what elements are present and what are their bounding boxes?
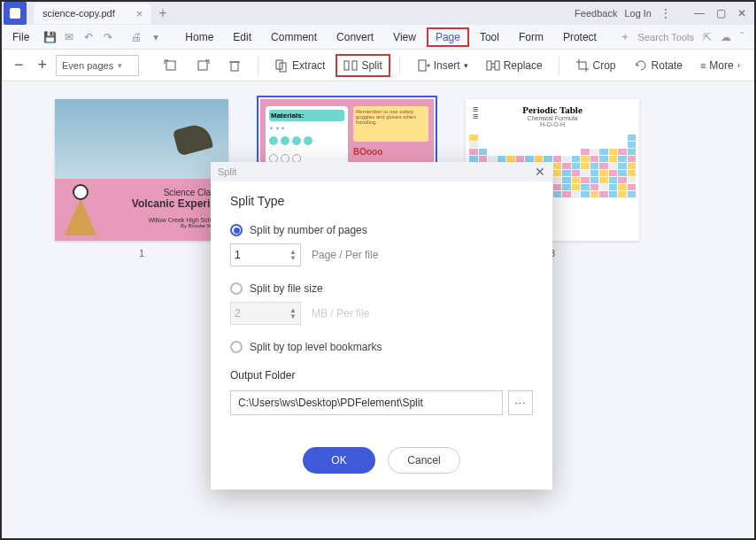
svg-rect-7: [352, 61, 357, 70]
new-tab-button[interactable]: +: [158, 5, 166, 21]
size-number-input: 2 ▲▼: [230, 302, 301, 325]
page-toolbar: − + Even pages ▾ Extract Split Insert▾ R…: [2, 50, 754, 81]
extract-label: Extract: [292, 59, 325, 72]
rotate-left-icon[interactable]: [157, 55, 185, 76]
ok-button[interactable]: OK: [303, 447, 375, 474]
document-title: science-copy.pdf: [42, 8, 115, 19]
print-icon[interactable]: 🖨: [128, 29, 144, 45]
svg-rect-12: [495, 61, 499, 70]
login-link[interactable]: Log In: [624, 8, 652, 19]
cancel-button[interactable]: Cancel: [388, 447, 460, 474]
svg-rect-1: [198, 61, 207, 70]
svg-rect-8: [419, 60, 426, 71]
thumb3-title: Periodic Table: [469, 104, 636, 115]
undo-icon[interactable]: ↶: [81, 29, 96, 45]
output-folder-label: Output Folder: [230, 369, 533, 382]
ok-label: OK: [331, 454, 346, 467]
radio-split-pages[interactable]: [230, 224, 243, 236]
zoom-in-button[interactable]: +: [33, 54, 53, 76]
chevron-up-icon[interactable]: ˆ: [740, 31, 744, 43]
menu-tool[interactable]: Tool: [471, 27, 508, 47]
label-split-size: Split by file size: [250, 282, 323, 295]
pages-hint: Page / Per file: [312, 249, 378, 261]
split-button[interactable]: Split: [336, 54, 390, 77]
menu-page[interactable]: Page: [427, 27, 469, 47]
rotate-button[interactable]: Rotate: [627, 55, 690, 76]
browse-button[interactable]: ···: [508, 390, 533, 415]
extract-button[interactable]: Extract: [267, 55, 332, 76]
insert-label: Insert: [434, 59, 460, 72]
svg-rect-11: [487, 61, 491, 70]
close-window-icon[interactable]: ✕: [735, 6, 749, 20]
menubar: File 💾 ✉ ↶ ↷ 🖨 ▾ Home Edit Comment Conve…: [2, 25, 754, 50]
more-button[interactable]: ≡ More›: [693, 56, 747, 75]
titlebar: science-copy.pdf × + Feedback Log In ⋮ —…: [2, 2, 754, 25]
mail-icon[interactable]: ✉: [61, 29, 77, 45]
svg-rect-6: [344, 61, 349, 70]
thumb2-note: Remember to use safety goggles and glove…: [353, 106, 428, 142]
split-dialog: Split ✕ Split Type Split by number of pa…: [211, 162, 552, 490]
menu-home[interactable]: Home: [176, 27, 222, 47]
spin-down-icon[interactable]: ▼: [289, 255, 297, 261]
cloud-icon[interactable]: ☁: [721, 31, 731, 43]
radio-split-bookmarks[interactable]: [230, 341, 243, 353]
thumb3-sub1: Chemical Formula: [469, 115, 636, 121]
close-tab-icon[interactable]: ×: [136, 7, 143, 20]
search-input[interactable]: Search Tools: [638, 32, 694, 42]
kebab-icon[interactable]: ⋮: [659, 6, 673, 20]
menu-view[interactable]: View: [384, 27, 425, 47]
dialog-title: Split: [218, 166, 236, 177]
zoom-out-button[interactable]: −: [9, 54, 29, 76]
crop-label: Crop: [593, 59, 616, 72]
menu-comment[interactable]: Comment: [262, 27, 326, 47]
cancel-label: Cancel: [407, 454, 440, 467]
thumb1-line2: Volcanic Experim: [64, 197, 220, 210]
menu-convert[interactable]: Convert: [328, 27, 382, 47]
crop-button[interactable]: Crop: [568, 55, 623, 76]
app-icon: [4, 2, 27, 25]
radio-split-size[interactable]: [230, 282, 243, 295]
rotate-right-icon[interactable]: [189, 55, 217, 76]
redo-icon[interactable]: ↷: [100, 29, 116, 45]
feedback-link[interactable]: Feedback: [575, 8, 617, 19]
thumb2-materials: Materials:: [269, 110, 344, 121]
insert-button[interactable]: Insert▾: [409, 55, 475, 76]
delete-icon[interactable]: [220, 55, 249, 76]
section-split-type: Split Type: [230, 194, 533, 208]
dialog-close-icon[interactable]: ✕: [535, 165, 545, 179]
output-folder-input[interactable]: C:\Users\ws\Desktop\PDFelement\Split: [230, 390, 503, 415]
menu-protect[interactable]: Protect: [554, 27, 606, 47]
chevron-down-icon[interactable]: ▾: [148, 29, 164, 45]
page-number-1: 1: [55, 248, 228, 258]
output-path: C:\Users\ws\Desktop\PDFelement\Split: [238, 397, 423, 409]
replace-button[interactable]: Replace: [479, 55, 550, 76]
rotate-label: Rotate: [652, 59, 683, 72]
label-split-pages: Split by number of pages: [250, 224, 367, 236]
pages-value: 1: [235, 249, 241, 261]
page-thumb-1[interactable]: Science Class Volcanic Experim Willow Cr…: [55, 99, 228, 258]
svg-rect-2: [231, 62, 238, 71]
wand-icon[interactable]: ✦: [621, 31, 629, 43]
split-label: Split: [361, 59, 382, 72]
page-filter-value: Even pages: [62, 60, 113, 71]
maximize-icon[interactable]: ▢: [714, 6, 728, 20]
menu-edit[interactable]: Edit: [224, 27, 260, 47]
minimize-icon[interactable]: —: [692, 6, 706, 20]
pages-number-input[interactable]: 1 ▲▼: [230, 243, 301, 266]
chevron-down-icon: ▾: [118, 61, 122, 70]
thumb3-sub2: H-O-O-H: [469, 121, 636, 127]
thumb2-boo: BOooo: [353, 147, 428, 157]
size-hint: MB / Per file: [312, 307, 369, 320]
menu-file[interactable]: File: [5, 27, 36, 47]
replace-label: Replace: [504, 59, 543, 72]
share-icon[interactable]: ⇱: [703, 31, 712, 43]
page-filter-select[interactable]: Even pages ▾: [56, 55, 139, 76]
more-label: More: [709, 59, 733, 72]
svg-rect-0: [166, 61, 175, 70]
browse-label: ···: [514, 397, 526, 409]
document-tab[interactable]: science-copy.pdf ×: [34, 4, 151, 24]
menu-form[interactable]: Form: [510, 27, 552, 47]
size-value: 2: [235, 307, 241, 320]
label-split-bookmarks: Split by top level bookmarks: [250, 341, 382, 353]
save-icon[interactable]: 💾: [42, 29, 58, 45]
